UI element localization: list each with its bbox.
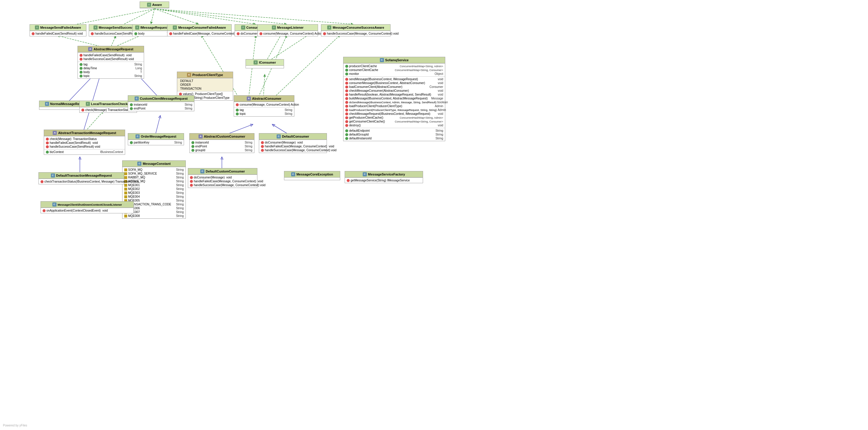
msg-send-failed-aware-box: I MessageSendFailedAware handleFailedCas…	[30, 24, 86, 36]
svg-line-4	[154, 9, 256, 24]
abstract-custom-consumer-box: A AbstractCustomConsumer instanceIdStrin…	[189, 133, 254, 153]
aware-label: Aware	[152, 3, 162, 6]
msg-client-shutdown-box: C MessageClientShutDownContextClosedList…	[40, 201, 134, 213]
default-custom-consumer-box: C DefaultCustomConsumer doConsumer(Messa…	[188, 168, 257, 188]
msg-consume-failed-aware-box: I MessageConsumeFailedAware handleFailed…	[167, 24, 231, 36]
abstract-msg-request-box: A AbstractMessageRequest handleFailedCas…	[78, 46, 144, 79]
msg-send-failed-aware-header: I MessageSendFailedAware	[30, 25, 86, 31]
order-msg-request-box: C OrderMessageRequest partitionKeyString	[128, 133, 184, 145]
aware-box: I Aware	[140, 1, 169, 8]
method-row: handleFailedCase(SendResult) void	[31, 32, 85, 35]
message-core-exception-box: C MessageCoreException	[284, 171, 340, 180]
sofamq-service-box: C SofamqService producerClientCache Conc…	[343, 57, 445, 141]
msg-consume-success-aware-box: I MessageConsumeSuccessAware handleSucce…	[321, 24, 391, 36]
svg-line-3	[154, 9, 199, 24]
aware-icon: I	[147, 3, 151, 7]
message-service-factory-box: C MessageServiceFactory getMessageServic…	[345, 171, 423, 183]
abstract-transaction-msg-request-box: A AbstractTransactionMessageRequest chec…	[44, 130, 125, 155]
iconsumer-box: I IConsumer	[246, 59, 284, 68]
default-transaction-msg-request-box: C DefaultTransactionMessageRequest check…	[38, 172, 124, 184]
aware-header: I Aware	[140, 2, 169, 8]
imessage-request-box: I IMessageRequest body T	[132, 24, 171, 36]
svg-line-5	[154, 9, 287, 24]
diagram-container: I Aware I MessageSendFailedAware handleF…	[0, 0, 868, 430]
watermark: Powered by yFiles	[3, 424, 27, 427]
custom-client-msg-request-box: C CustomClientMessageRequest instanceIdS…	[128, 95, 194, 111]
svg-line-6	[154, 9, 353, 24]
msg-send-failed-aware-label: MessageSendFailedAware	[40, 26, 81, 29]
default-consumer-box: C DefaultConsumer doConsumer(Message) vo…	[259, 133, 327, 153]
svg-line-2	[151, 9, 154, 24]
message-listener-box: I MessageListener consume(Message, Consu…	[257, 24, 318, 36]
abstract-consumer-box: A AbstractConsumer consume(Message, Cons…	[234, 95, 294, 117]
